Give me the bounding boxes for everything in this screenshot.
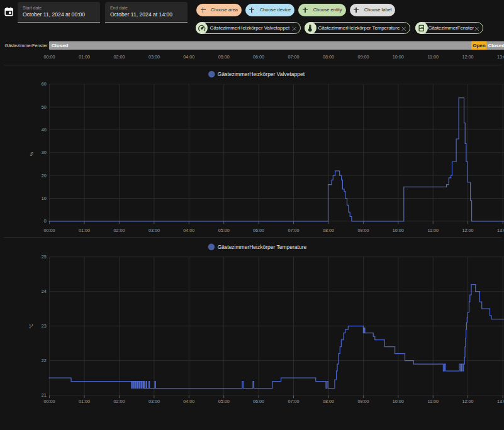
svg-text:GästezimmerHeizkörper Temperat: GästezimmerHeizkörper Temperature (218, 244, 307, 250)
svg-text:60: 60 (42, 81, 47, 87)
svg-text:01:00: 01:00 (79, 399, 90, 404)
svg-text:03:00: 03:00 (148, 54, 160, 60)
svg-text:40: 40 (42, 127, 47, 133)
svg-text:25: 25 (42, 254, 47, 260)
svg-text:06:00: 06:00 (253, 399, 264, 404)
svg-text:08:00: 08:00 (323, 54, 334, 60)
svg-text:20: 20 (42, 173, 47, 179)
svg-text:10: 10 (42, 196, 47, 201)
svg-text:02:00: 02:00 (113, 399, 125, 404)
svg-text:05:00: 05:00 (218, 228, 230, 233)
svg-text:04:00: 04:00 (183, 54, 194, 60)
svg-text:11:00: 11:00 (427, 228, 438, 233)
svg-text:05:00: 05:00 (218, 54, 230, 60)
svg-text:10:00: 10:00 (393, 54, 404, 60)
svg-text:30: 30 (42, 150, 47, 155)
svg-text:GästezimmerFenster: GästezimmerFenster (5, 43, 48, 48)
svg-text:Closed: Closed (52, 43, 69, 48)
svg-text:07:00: 07:00 (288, 399, 300, 404)
svg-text:07:00: 07:00 (288, 54, 300, 60)
svg-text:10:00: 10:00 (393, 228, 404, 233)
svg-text:24: 24 (42, 289, 47, 294)
svg-text:08:00: 08:00 (323, 228, 334, 233)
svg-text:%: % (29, 152, 35, 156)
svg-text:13:00: 13:00 (497, 228, 504, 233)
svg-text:11:00: 11:00 (427, 399, 438, 404)
svg-text:21: 21 (42, 392, 47, 398)
svg-text:23: 23 (42, 323, 47, 329)
svg-text:°C: °C (29, 324, 35, 329)
svg-text:09:00: 09:00 (357, 54, 369, 60)
svg-text:01:00: 01:00 (79, 228, 90, 233)
svg-text:22: 22 (42, 358, 47, 363)
svg-text:12:00: 12:00 (462, 399, 474, 404)
svg-text:09:00: 09:00 (357, 399, 369, 404)
svg-text:Closed: Closed (488, 43, 504, 48)
svg-text:04:00: 04:00 (183, 399, 194, 404)
svg-text:50: 50 (42, 104, 47, 110)
svg-text:11:00: 11:00 (427, 54, 438, 60)
svg-text:05:00: 05:00 (218, 399, 230, 404)
svg-text:Open: Open (473, 43, 486, 48)
svg-text:GästezimmerHeizkörper Valvetap: GästezimmerHeizkörper Valvetappet (218, 71, 305, 77)
svg-text:00:00: 00:00 (44, 54, 55, 60)
svg-text:06:00: 06:00 (253, 228, 264, 233)
svg-text:00:00: 00:00 (44, 228, 55, 233)
svg-text:00:00: 00:00 (44, 399, 55, 404)
svg-text:06:00: 06:00 (253, 54, 264, 60)
svg-text:07:00: 07:00 (288, 228, 300, 233)
svg-text:01:00: 01:00 (79, 54, 90, 60)
svg-text:04:00: 04:00 (183, 228, 194, 233)
svg-text:08:00: 08:00 (323, 399, 334, 404)
svg-text:12:00: 12:00 (462, 228, 474, 233)
svg-text:03:00: 03:00 (148, 228, 160, 233)
svg-text:02:00: 02:00 (113, 228, 125, 233)
svg-text:09:00: 09:00 (357, 228, 369, 233)
svg-text:13:00: 13:00 (497, 54, 504, 60)
svg-text:03:00: 03:00 (148, 399, 160, 404)
svg-text:10:00: 10:00 (393, 399, 404, 404)
svg-text:02:00: 02:00 (113, 54, 125, 60)
svg-text:0: 0 (44, 218, 47, 224)
svg-text:12:00: 12:00 (462, 54, 474, 60)
svg-text:13:00: 13:00 (497, 399, 504, 404)
